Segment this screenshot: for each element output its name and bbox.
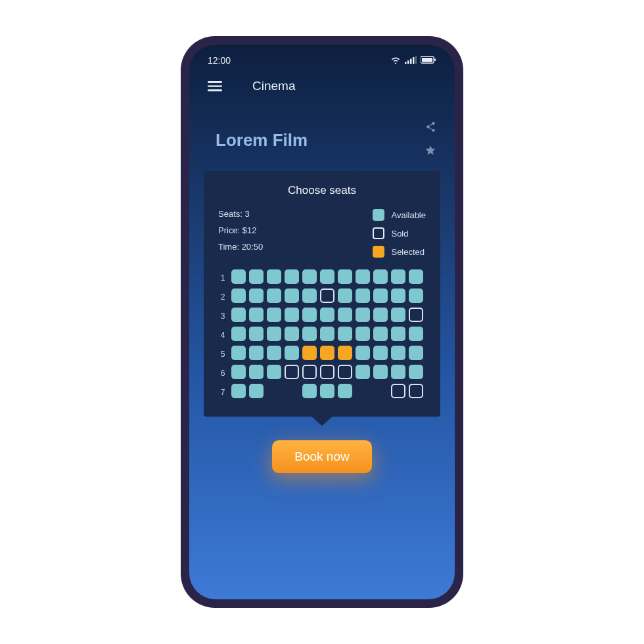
seat-gap [285, 384, 299, 398]
seat-available[interactable] [267, 365, 281, 379]
seat-available[interactable] [373, 308, 388, 322]
seat-sold[interactable] [285, 365, 299, 379]
status-time: 12:00 [208, 55, 231, 66]
seat-available[interactable] [356, 327, 370, 341]
seat-available[interactable] [356, 365, 370, 379]
panel-info: Seats: 3 Price: $12 Time: 20:50 Availabl… [218, 209, 426, 258]
seat-available[interactable] [231, 365, 246, 379]
seat-available[interactable] [267, 288, 281, 303]
seat-available[interactable] [409, 269, 423, 284]
movie-header: Lorem Film [189, 105, 455, 171]
seat-sold[interactable] [302, 365, 317, 379]
seat-available[interactable] [338, 327, 352, 341]
seat-selected[interactable] [302, 346, 317, 360]
seat-available[interactable] [373, 288, 388, 303]
seat-available[interactable] [373, 365, 388, 379]
seat-available[interactable] [249, 346, 264, 360]
seat-available[interactable] [302, 269, 317, 284]
seat-available[interactable] [391, 308, 405, 322]
seat-available[interactable] [320, 327, 334, 341]
seat-available[interactable] [373, 269, 388, 284]
seat-available[interactable] [231, 288, 246, 303]
seat-available[interactable] [373, 327, 388, 341]
seat-available[interactable] [249, 327, 264, 341]
seat-available[interactable] [409, 327, 423, 341]
row-label: 7 [221, 385, 225, 400]
seat-available[interactable] [409, 346, 423, 360]
seat-available[interactable] [320, 384, 334, 398]
seat-available[interactable] [373, 346, 388, 360]
seat-sold[interactable] [391, 384, 405, 398]
seat-available[interactable] [285, 288, 299, 303]
row-label: 2 [221, 290, 225, 304]
seat-available[interactable] [302, 327, 317, 341]
share-icon[interactable] [425, 121, 436, 135]
seat-available[interactable] [338, 269, 352, 284]
seat-available[interactable] [338, 288, 352, 303]
seat-panel-wrap: Choose seats Seats: 3 Price: $12 Time: 2… [189, 171, 455, 417]
seat-available[interactable] [356, 346, 370, 360]
seat-grid [231, 269, 423, 400]
signal-icon [405, 55, 417, 66]
seat-selected[interactable] [320, 346, 334, 360]
menu-icon[interactable] [208, 81, 222, 91]
seat-available[interactable] [267, 308, 281, 322]
seat-available[interactable] [231, 308, 246, 322]
app-header: Cinema [189, 70, 455, 105]
seat-selected[interactable] [338, 346, 352, 360]
seat-available[interactable] [338, 384, 352, 398]
swatch-selected-icon [373, 246, 384, 258]
seat-available[interactable] [391, 346, 405, 360]
seat-available[interactable] [320, 269, 334, 284]
seat-available[interactable] [285, 308, 299, 322]
seat-available[interactable] [231, 269, 246, 284]
seat-available[interactable] [391, 327, 405, 341]
seat-available[interactable] [249, 288, 264, 303]
seat-available[interactable] [302, 384, 317, 398]
seat-available[interactable] [231, 327, 246, 341]
seat-available[interactable] [249, 308, 264, 322]
seat-available[interactable] [285, 269, 299, 284]
seat-sold[interactable] [409, 308, 423, 322]
seat-available[interactable] [320, 308, 334, 322]
seat-available[interactable] [267, 269, 281, 284]
seat-sold[interactable] [320, 288, 334, 303]
phone-frame: 12:00 Cinema Lorem Film [181, 36, 463, 608]
seat-available[interactable] [249, 269, 264, 284]
svg-rect-0 [405, 62, 407, 64]
seat-available[interactable] [285, 327, 299, 341]
seat-available[interactable] [356, 308, 370, 322]
seat-available[interactable] [231, 346, 246, 360]
header-title: Cinema [252, 79, 295, 93]
svg-rect-2 [410, 59, 412, 64]
seat-available[interactable] [409, 288, 423, 303]
panel-arrow-icon [310, 415, 334, 426]
seat-available[interactable] [391, 269, 405, 284]
seat-available[interactable] [249, 365, 264, 379]
seat-row [231, 288, 423, 303]
seat-available[interactable] [302, 288, 317, 303]
screen: 12:00 Cinema Lorem Film [189, 45, 455, 599]
seat-grid-wrap: 1234567 [218, 269, 426, 400]
seat-available[interactable] [391, 365, 405, 379]
seat-available[interactable] [267, 327, 281, 341]
seat-available[interactable] [231, 384, 246, 398]
book-now-button[interactable]: Book now [272, 440, 371, 473]
seat-available[interactable] [267, 346, 281, 360]
status-indicators [390, 55, 436, 66]
seat-available[interactable] [356, 288, 370, 303]
seat-available[interactable] [338, 308, 352, 322]
seat-available[interactable] [285, 346, 299, 360]
seat-available[interactable] [249, 384, 264, 398]
seat-gap [267, 384, 281, 398]
star-icon[interactable] [425, 145, 436, 159]
seat-sold[interactable] [409, 384, 423, 398]
seat-sold[interactable] [338, 365, 352, 379]
seat-sold[interactable] [320, 365, 334, 379]
seat-available[interactable] [302, 308, 317, 322]
seat-available[interactable] [391, 288, 405, 303]
seat-available[interactable] [356, 269, 370, 284]
svg-rect-4 [415, 56, 417, 64]
panel-title: Choose seats [218, 184, 426, 197]
seat-available[interactable] [409, 365, 423, 379]
